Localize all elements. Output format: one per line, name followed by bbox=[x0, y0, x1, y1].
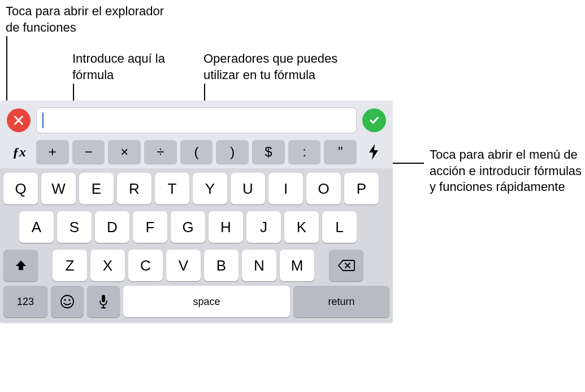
callout-fx: Toca para abrir el explorador de funcion… bbox=[6, 3, 175, 36]
fx-icon: ƒx bbox=[12, 145, 26, 160]
key-o[interactable]: O bbox=[306, 173, 341, 204]
backspace-key[interactable] bbox=[329, 250, 363, 281]
key-v[interactable]: V bbox=[166, 250, 201, 281]
key-h[interactable]: H bbox=[209, 211, 243, 243]
formula-bar bbox=[0, 101, 393, 138]
key-s[interactable]: S bbox=[57, 211, 92, 243]
key-c[interactable]: C bbox=[128, 250, 163, 281]
key-a[interactable]: A bbox=[19, 211, 54, 243]
shift-key[interactable] bbox=[3, 250, 38, 281]
operator-quote[interactable]: " bbox=[324, 140, 357, 164]
shift-icon bbox=[14, 259, 28, 272]
operator-multiply[interactable]: × bbox=[108, 140, 141, 164]
operator-dollar[interactable]: $ bbox=[252, 140, 285, 164]
key-i[interactable]: I bbox=[268, 173, 303, 204]
check-icon bbox=[368, 114, 380, 127]
callout-bolt: Toca para abrir el menú de acción e intr… bbox=[430, 147, 582, 195]
svg-rect-3 bbox=[102, 295, 105, 302]
backspace-icon bbox=[338, 259, 355, 272]
key-m[interactable]: M bbox=[280, 250, 314, 281]
emoji-key[interactable] bbox=[51, 286, 84, 317]
key-d[interactable]: D bbox=[95, 211, 129, 243]
key-j[interactable]: J bbox=[246, 211, 281, 243]
callout-formula: Introduce aquí la fórmula bbox=[72, 51, 197, 83]
key-e[interactable]: E bbox=[79, 173, 114, 204]
accept-button[interactable] bbox=[362, 108, 386, 132]
lightning-icon bbox=[367, 143, 380, 160]
operator-colon[interactable]: : bbox=[288, 140, 321, 164]
close-icon bbox=[12, 114, 25, 127]
quick-action-button[interactable] bbox=[360, 140, 387, 164]
svg-point-0 bbox=[61, 295, 73, 308]
formula-input[interactable] bbox=[36, 107, 357, 133]
key-f[interactable]: F bbox=[133, 211, 167, 243]
callout-operators: Operadores que puedes utilizar en tu fór… bbox=[203, 51, 367, 83]
key-z[interactable]: Z bbox=[53, 250, 87, 281]
leader-bolt bbox=[389, 163, 424, 164]
key-l[interactable]: L bbox=[322, 211, 357, 243]
function-browser-button[interactable]: ƒx bbox=[6, 140, 33, 164]
key-y[interactable]: Y bbox=[193, 173, 227, 204]
key-t[interactable]: T bbox=[155, 173, 189, 204]
operator-paren-open[interactable]: ( bbox=[180, 140, 213, 164]
mic-icon bbox=[98, 294, 109, 310]
key-g[interactable]: G bbox=[171, 211, 205, 243]
svg-point-1 bbox=[64, 299, 66, 300]
operator-row: ƒx + − × ÷ ( ) $ : " bbox=[0, 138, 393, 168]
key-p[interactable]: P bbox=[344, 173, 379, 204]
operator-plus[interactable]: + bbox=[36, 140, 69, 164]
emoji-icon bbox=[59, 294, 75, 310]
svg-point-2 bbox=[68, 299, 70, 300]
formula-keyboard: ƒx + − × ÷ ( ) $ : " Q W E R T Y U I O P… bbox=[0, 101, 393, 323]
key-row-bottom: 123 space return bbox=[0, 284, 393, 323]
key-u[interactable]: U bbox=[231, 173, 265, 204]
numeric-switch-key[interactable]: 123 bbox=[3, 286, 47, 317]
key-row-3: Z X C V B N M bbox=[0, 245, 393, 284]
operator-minus[interactable]: − bbox=[72, 140, 105, 164]
key-row-1: Q W E R T Y U I O P bbox=[0, 168, 393, 207]
return-key[interactable]: return bbox=[293, 286, 389, 317]
operator-paren-close[interactable]: ) bbox=[216, 140, 249, 164]
key-row-2: A S D F G H J K L bbox=[0, 207, 393, 245]
key-b[interactable]: B bbox=[204, 250, 239, 281]
key-k[interactable]: K bbox=[284, 211, 319, 243]
key-w[interactable]: W bbox=[41, 173, 76, 204]
key-n[interactable]: N bbox=[242, 250, 276, 281]
text-cursor bbox=[42, 112, 44, 128]
space-key[interactable]: space bbox=[123, 286, 290, 317]
key-q[interactable]: Q bbox=[3, 173, 38, 204]
operator-divide[interactable]: ÷ bbox=[144, 140, 177, 164]
key-r[interactable]: R bbox=[117, 173, 151, 204]
key-x[interactable]: X bbox=[90, 250, 125, 281]
cancel-button[interactable] bbox=[7, 108, 31, 132]
dictation-key[interactable] bbox=[87, 286, 120, 317]
